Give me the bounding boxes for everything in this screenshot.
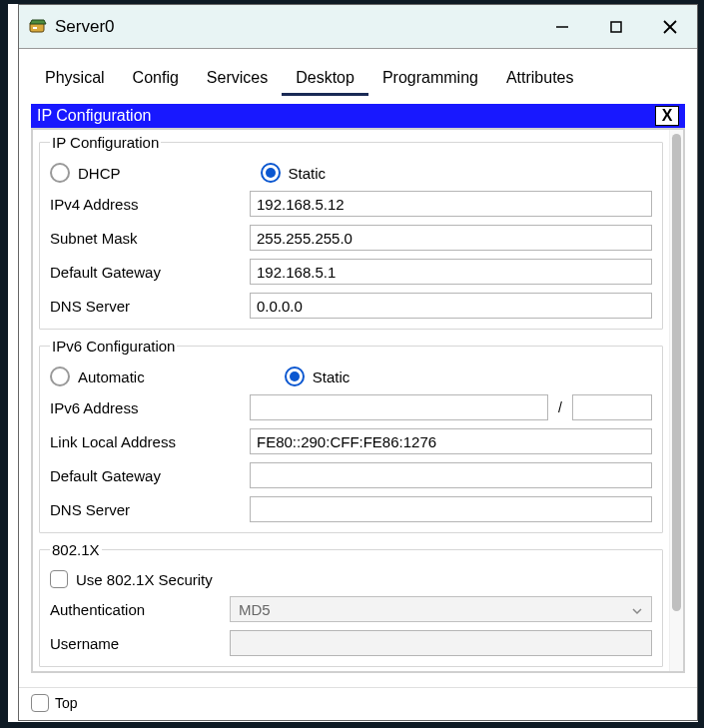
- use-8021x-label: Use 802.1X Security: [76, 571, 213, 588]
- maximize-button[interactable]: [589, 5, 643, 49]
- tab-attributes[interactable]: Attributes: [492, 65, 588, 96]
- subnet-mask-input[interactable]: [250, 225, 652, 251]
- tab-programming[interactable]: Programming: [368, 65, 492, 96]
- tab-desktop[interactable]: Desktop: [282, 65, 368, 96]
- tab-physical[interactable]: Physical: [31, 65, 119, 96]
- titlebar: Server0: [19, 5, 697, 49]
- tab-bar: Physical Config Services Desktop Program…: [19, 49, 697, 96]
- ipv6-default-gateway-input[interactable]: [250, 462, 652, 488]
- authentication-value: MD5: [239, 601, 271, 618]
- scrollbar-thumb[interactable]: [672, 134, 681, 611]
- top-checkbox[interactable]: [31, 694, 49, 712]
- dns-server-label: DNS Server: [50, 298, 250, 315]
- ipv4-address-label: IPv4 Address: [50, 196, 250, 213]
- dhcp-radio[interactable]: DHCP: [50, 163, 121, 183]
- close-window-button[interactable]: [643, 5, 697, 49]
- ipv6-legend: IPv6 Configuration: [50, 338, 177, 355]
- use-8021x-checkbox[interactable]: [50, 570, 68, 588]
- ipv6-group: IPv6 Configuration Automatic Static IPv6…: [39, 338, 663, 533]
- username-label: Username: [50, 635, 230, 652]
- panel-title: IP Configuration: [37, 107, 151, 125]
- dns-server-input[interactable]: [250, 293, 652, 319]
- panel-close-button[interactable]: X: [655, 106, 679, 126]
- ipv6-automatic-label: Automatic: [78, 368, 145, 385]
- chevron-down-icon: [631, 603, 643, 620]
- ipv6-static-radio[interactable]: Static: [285, 366, 351, 386]
- default-gateway-input[interactable]: [250, 259, 652, 285]
- ipv6-default-gateway-label: Default Gateway: [50, 467, 250, 484]
- ipv6-static-label: Static: [313, 368, 351, 385]
- ipv4-legend: IP Configuration: [50, 134, 161, 151]
- dhcp-radio-label: DHCP: [78, 165, 121, 182]
- link-local-address-input[interactable]: [250, 428, 652, 454]
- dot1x-legend: 802.1X: [50, 541, 102, 558]
- tab-config[interactable]: Config: [119, 65, 193, 96]
- ipv6-automatic-radio[interactable]: Automatic: [50, 366, 145, 386]
- ipv6-prefix-slash: /: [554, 399, 566, 415]
- authentication-label: Authentication: [50, 601, 230, 618]
- dot1x-group: 802.1X Use 802.1X Security Authenticatio…: [39, 541, 663, 667]
- ipv6-dns-server-input[interactable]: [250, 496, 652, 522]
- scrollbar[interactable]: [669, 130, 683, 671]
- svg-rect-3: [611, 22, 621, 32]
- subnet-mask-label: Subnet Mask: [50, 230, 250, 247]
- window-title: Server0: [55, 17, 115, 37]
- tab-services[interactable]: Services: [193, 65, 282, 96]
- top-label: Top: [55, 695, 78, 711]
- static-radio[interactable]: Static: [261, 163, 327, 183]
- static-radio-label: Static: [289, 165, 327, 182]
- server-icon: [29, 18, 47, 36]
- ipv6-address-input[interactable]: [250, 394, 548, 420]
- authentication-select[interactable]: MD5: [230, 596, 652, 622]
- app-window: Server0 Physical Config Services Desktop…: [18, 4, 698, 721]
- ipv4-group: IP Configuration DHCP Static IPv4 Addres…: [39, 134, 663, 330]
- link-local-address-label: Link Local Address: [50, 433, 250, 450]
- default-gateway-label: Default Gateway: [50, 264, 250, 281]
- panel-body: IP Configuration DHCP Static IPv4 Addres…: [31, 128, 685, 673]
- username-input[interactable]: [230, 630, 652, 656]
- svg-rect-1: [33, 27, 37, 29]
- ipv6-address-label: IPv6 Address: [50, 399, 250, 416]
- panel-header: IP Configuration X: [31, 104, 685, 128]
- minimize-button[interactable]: [535, 5, 589, 49]
- ipv6-prefix-input[interactable]: [572, 394, 652, 420]
- footer-bar: Top: [19, 687, 697, 720]
- ipv4-address-input[interactable]: [250, 191, 652, 217]
- ipv6-dns-server-label: DNS Server: [50, 501, 250, 518]
